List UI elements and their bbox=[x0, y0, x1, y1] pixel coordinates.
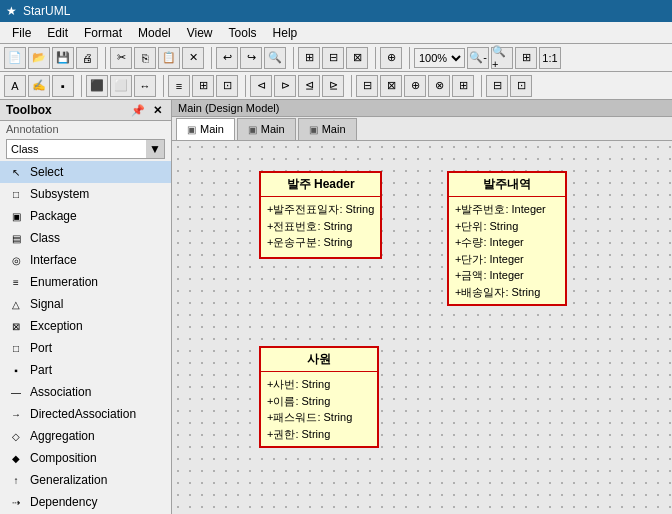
new-button[interactable]: 📄 bbox=[4, 47, 26, 69]
toolbox-item-package[interactable]: ▣Package bbox=[0, 205, 171, 227]
generalization-icon: ↑ bbox=[8, 472, 24, 488]
tb2-g[interactable]: ≡ bbox=[168, 75, 190, 97]
uml-box-box1[interactable]: 발주 Header+발주전표일자: String+전표번호: String+운송… bbox=[259, 171, 382, 259]
zoom-in-button[interactable]: 🔍+ bbox=[491, 47, 513, 69]
tb2-a[interactable]: A bbox=[4, 75, 26, 97]
toolbox-item-label-exception: Exception bbox=[30, 319, 83, 333]
class-dropdown-arrow[interactable]: ▼ bbox=[146, 140, 164, 158]
open-button[interactable]: 📂 bbox=[28, 47, 50, 69]
tb2-c[interactable]: ▪ bbox=[52, 75, 74, 97]
tab-icon-main3: ▣ bbox=[309, 124, 318, 135]
menu-item-file[interactable]: File bbox=[4, 24, 39, 42]
diagram-canvas[interactable]: 발주 Header+발주전표일자: String+전표번호: String+운송… bbox=[172, 141, 672, 514]
zoom-control[interactable]: 50%75%100%125%150%200% bbox=[414, 48, 465, 68]
tb2-k[interactable]: ⊳ bbox=[274, 75, 296, 97]
tb2-e[interactable]: ⬜ bbox=[110, 75, 132, 97]
actual-size-button[interactable]: 1:1 bbox=[539, 47, 561, 69]
class-dropdown[interactable]: Class ▼ bbox=[6, 139, 165, 159]
tb2-j[interactable]: ⊲ bbox=[250, 75, 272, 97]
signal-icon: △ bbox=[8, 296, 24, 312]
toolbox-item-label-class: Class bbox=[30, 231, 60, 245]
toolbox-item-generalization[interactable]: ↑Generalization bbox=[0, 469, 171, 491]
uml-box-box2[interactable]: 발주내역+발주번호: Integer+단위: String+수량: Intege… bbox=[447, 171, 567, 306]
toolbox-item-label-port: Port bbox=[30, 341, 52, 355]
package-icon: ▣ bbox=[8, 208, 24, 224]
toolbox-item-exception[interactable]: ⊠Exception bbox=[0, 315, 171, 337]
uml-attr-box2-2: +수량: Integer bbox=[455, 234, 559, 251]
tb-icon-4[interactable]: ⊕ bbox=[380, 47, 402, 69]
print-button[interactable]: 🖨 bbox=[76, 47, 98, 69]
paste-button[interactable]: 📋 bbox=[158, 47, 180, 69]
toolbox-close-button[interactable]: ✕ bbox=[150, 104, 165, 117]
tb2-p[interactable]: ⊕ bbox=[404, 75, 426, 97]
sep2-2 bbox=[160, 75, 164, 97]
toolbox-item-label-dependency: Dependency bbox=[30, 495, 97, 509]
tab-label-main2: Main bbox=[261, 123, 285, 135]
tab-main1[interactable]: ▣Main bbox=[176, 118, 235, 140]
toolbox-item-class[interactable]: ▤Class bbox=[0, 227, 171, 249]
zoom-select[interactable]: 50%75%100%125%150%200% bbox=[414, 48, 465, 68]
undo-button[interactable]: ↩ bbox=[216, 47, 238, 69]
tb-icon-2[interactable]: ⊟ bbox=[322, 47, 344, 69]
toolbox-item-composition[interactable]: ◆Composition bbox=[0, 447, 171, 469]
toolbox-item-interface[interactable]: ◎Interface bbox=[0, 249, 171, 271]
cut-button[interactable]: ✂ bbox=[110, 47, 132, 69]
tb2-q[interactable]: ⊗ bbox=[428, 75, 450, 97]
tb2-n[interactable]: ⊟ bbox=[356, 75, 378, 97]
toolbox-item-select[interactable]: ↖Select bbox=[0, 161, 171, 183]
tb2-t[interactable]: ⊡ bbox=[510, 75, 532, 97]
uml-attr-box2-5: +배송일자: String bbox=[455, 284, 559, 301]
uml-attr-box3-2: +패스워드: String bbox=[267, 409, 371, 426]
toolbox-item-enumeration[interactable]: ≡Enumeration bbox=[0, 271, 171, 293]
save-button[interactable]: 💾 bbox=[52, 47, 74, 69]
toolbox-header-buttons: 📌 ✕ bbox=[128, 104, 165, 117]
tab-main3[interactable]: ▣Main bbox=[298, 118, 357, 140]
tb2-s[interactable]: ⊟ bbox=[486, 75, 508, 97]
select-icon: ↖ bbox=[8, 164, 24, 180]
toolbox-item-subsystem[interactable]: □Subsystem bbox=[0, 183, 171, 205]
tb2-o[interactable]: ⊠ bbox=[380, 75, 402, 97]
toolbox-item-association[interactable]: —Association bbox=[0, 381, 171, 403]
tab-bar: ▣Main▣Main▣Main bbox=[172, 117, 672, 141]
menu-item-tools[interactable]: Tools bbox=[221, 24, 265, 42]
tb-icon-1[interactable]: ⊞ bbox=[298, 47, 320, 69]
toolbox-item-label-part: Part bbox=[30, 363, 52, 377]
toolbox-items: ↖Select□Subsystem▣Package▤Class◎Interfac… bbox=[0, 161, 171, 514]
toolbox-item-directed-association[interactable]: →DirectedAssociation bbox=[0, 403, 171, 425]
delete-button[interactable]: ✕ bbox=[182, 47, 204, 69]
toolbox-item-port[interactable]: □Port bbox=[0, 337, 171, 359]
tb-icon-3[interactable]: ⊠ bbox=[346, 47, 368, 69]
find-button[interactable]: 🔍 bbox=[264, 47, 286, 69]
uml-box-box3[interactable]: 사원+사번: String+이름: String+패스워드: String+권한… bbox=[259, 346, 379, 448]
zoom-out-button[interactable]: 🔍- bbox=[467, 47, 489, 69]
toolbox-item-part[interactable]: ▪Part bbox=[0, 359, 171, 381]
fit-button[interactable]: ⊞ bbox=[515, 47, 537, 69]
menu-item-view[interactable]: View bbox=[179, 24, 221, 42]
menu-item-help[interactable]: Help bbox=[265, 24, 306, 42]
exception-icon: ⊠ bbox=[8, 318, 24, 334]
toolbar: 📄 📂 💾 🖨 ✂ ⎘ 📋 ✕ ↩ ↪ 🔍 ⊞ ⊟ ⊠ ⊕ 50%75%100%… bbox=[0, 44, 672, 72]
tb2-f[interactable]: ↔ bbox=[134, 75, 156, 97]
tb2-i[interactable]: ⊡ bbox=[216, 75, 238, 97]
menu-item-model[interactable]: Model bbox=[130, 24, 179, 42]
tb2-d[interactable]: ⬛ bbox=[86, 75, 108, 97]
toolbox-item-label-select: Select bbox=[30, 165, 63, 179]
menu-item-format[interactable]: Format bbox=[76, 24, 130, 42]
toolbox-item-aggregation[interactable]: ◇Aggregation bbox=[0, 425, 171, 447]
redo-button[interactable]: ↪ bbox=[240, 47, 262, 69]
copy-button[interactable]: ⎘ bbox=[134, 47, 156, 69]
tb2-l[interactable]: ⊴ bbox=[298, 75, 320, 97]
toolbox-pin-button[interactable]: 📌 bbox=[128, 104, 148, 117]
menu-item-edit[interactable]: Edit bbox=[39, 24, 76, 42]
toolbox-item-signal[interactable]: △Signal bbox=[0, 293, 171, 315]
tb2-r[interactable]: ⊞ bbox=[452, 75, 474, 97]
tb2-h[interactable]: ⊞ bbox=[192, 75, 214, 97]
tb2-m[interactable]: ⊵ bbox=[322, 75, 344, 97]
tab-main2[interactable]: ▣Main bbox=[237, 118, 296, 140]
uml-attr-box2-4: +금액: Integer bbox=[455, 267, 559, 284]
toolbox-item-dependency[interactable]: ⇢Dependency bbox=[0, 491, 171, 513]
class-icon: ▤ bbox=[8, 230, 24, 246]
uml-box-title-box3: 사원 bbox=[261, 348, 377, 372]
uml-attr-box3-0: +사번: String bbox=[267, 376, 371, 393]
tb2-b[interactable]: ✍ bbox=[28, 75, 50, 97]
